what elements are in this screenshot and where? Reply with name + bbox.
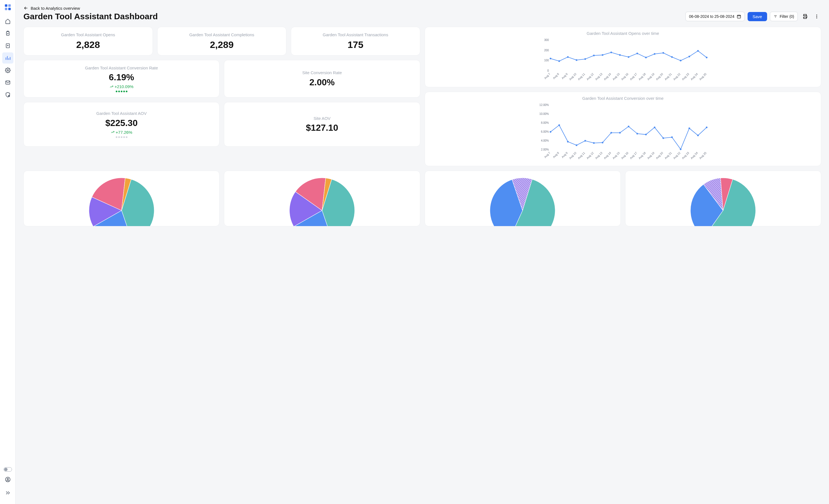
pie-chart-svg — [85, 174, 158, 226]
svg-text:Aug 25: Aug 25 — [698, 72, 707, 80]
svg-point-25 — [584, 58, 586, 60]
svg-point-74 — [628, 126, 629, 128]
theme-toggle[interactable] — [4, 467, 12, 472]
sidebar-item-home[interactable] — [2, 15, 13, 27]
svg-rect-13 — [804, 17, 806, 19]
svg-text:Aug 23: Aug 23 — [681, 151, 690, 159]
sidebar-item-settings[interactable] — [2, 65, 13, 76]
pie-chart-svg — [687, 174, 759, 226]
svg-point-75 — [636, 133, 638, 134]
svg-text:Aug 22: Aug 22 — [673, 151, 681, 159]
sidebar-item-analytics[interactable] — [2, 52, 13, 64]
back-link[interactable]: Back to Analytics overview — [24, 6, 80, 10]
svg-text:Aug 20: Aug 20 — [655, 72, 663, 80]
app-logo[interactable] — [4, 3, 12, 11]
svg-text:Aug 14: Aug 14 — [603, 72, 612, 80]
svg-point-36 — [680, 60, 681, 61]
svg-text:Aug 18: Aug 18 — [638, 72, 646, 80]
svg-point-26 — [593, 55, 594, 56]
svg-text:Aug 15: Aug 15 — [612, 72, 620, 80]
svg-text:Aug 12: Aug 12 — [586, 151, 594, 159]
svg-point-33 — [654, 53, 655, 55]
svg-point-70 — [593, 142, 594, 144]
svg-text:Aug 7: Aug 7 — [543, 72, 551, 80]
svg-text:Aug 12: Aug 12 — [586, 72, 594, 80]
sidebar-expand[interactable] — [2, 487, 13, 498]
save-button[interactable]: Save — [748, 12, 767, 21]
pie-chart-2 — [224, 171, 420, 226]
metric-label: Garden Tool Assistant Completions — [163, 32, 281, 38]
page-title: Garden Tool Assistant Dashboard — [24, 12, 158, 21]
sidebar-item-add-report[interactable] — [2, 40, 13, 51]
metric-value: 2.00% — [230, 77, 414, 87]
svg-point-76 — [645, 134, 647, 136]
svg-point-8 — [8, 95, 9, 97]
date-range-text: 06-08-2024 to 25-08-2024 — [689, 14, 734, 19]
confidence-dots — [29, 136, 214, 138]
svg-point-34 — [662, 52, 664, 54]
filter-icon — [773, 14, 778, 19]
svg-point-83 — [706, 127, 708, 128]
sidebar-item-clipboard[interactable] — [2, 28, 13, 39]
svg-point-32 — [645, 57, 647, 58]
line-chart-svg: 2.00%4.00%6.00%8.00%10.00%12.00%Aug 7Aug… — [427, 102, 819, 164]
svg-text:Aug 16: Aug 16 — [620, 72, 629, 80]
chart-title: Garden Tool Assistant Opens over time — [427, 31, 819, 36]
metric-opens: Garden Tool Assistant Opens 2,828 — [24, 27, 153, 56]
svg-text:Aug 14: Aug 14 — [603, 151, 612, 159]
svg-point-21 — [550, 58, 551, 59]
sidebar-item-account[interactable] — [2, 474, 13, 485]
sidebar-item-shield[interactable] — [2, 89, 13, 100]
more-menu-button[interactable] — [812, 12, 821, 21]
filter-button[interactable]: Filter (0) — [770, 12, 798, 21]
svg-point-66 — [558, 124, 560, 126]
sidebar — [0, 0, 15, 504]
svg-rect-0 — [5, 4, 7, 7]
svg-text:Aug 10: Aug 10 — [568, 151, 577, 159]
svg-text:10.00%: 10.00% — [539, 112, 549, 115]
svg-rect-11 — [737, 15, 741, 18]
svg-text:Aug 19: Aug 19 — [646, 72, 655, 80]
metric-delta: +210.09% — [29, 84, 214, 89]
metric-label: Garden Tool Assistant Conversion Rate — [29, 65, 214, 71]
svg-point-29 — [619, 54, 621, 56]
trend-up-icon — [111, 130, 115, 134]
svg-point-27 — [602, 54, 603, 56]
pie-chart-1 — [24, 171, 219, 226]
metric-site-conv-rate: Site Conversion Rate 2.00% — [224, 60, 420, 98]
svg-text:Aug 11: Aug 11 — [577, 72, 585, 80]
svg-point-80 — [680, 148, 681, 150]
pie-chart-svg — [486, 174, 559, 226]
svg-point-71 — [602, 142, 603, 143]
sidebar-item-mail[interactable] — [2, 77, 13, 88]
date-range-picker[interactable]: 06-08-2024 to 25-08-2024 — [685, 12, 745, 21]
metric-delta: +77.26% — [29, 130, 214, 135]
metric-value: 175 — [297, 39, 414, 50]
print-button[interactable] — [800, 12, 809, 21]
svg-point-6 — [7, 70, 8, 71]
svg-text:Aug 13: Aug 13 — [594, 72, 603, 80]
svg-text:4.00%: 4.00% — [541, 139, 548, 142]
metric-label: Garden Tool Assistant Transactions — [297, 32, 414, 38]
main-content: Back to Analytics overview Garden Tool A… — [15, 0, 829, 504]
svg-point-73 — [619, 132, 621, 134]
metric-site-aov: Site AOV $127.10 — [224, 102, 420, 147]
svg-text:Aug 19: Aug 19 — [646, 151, 655, 159]
svg-point-30 — [628, 56, 629, 58]
svg-rect-2 — [5, 8, 7, 10]
svg-text:Aug 10: Aug 10 — [568, 72, 577, 80]
svg-text:Aug 11: Aug 11 — [577, 151, 585, 159]
metric-label: Garden Tool Assistant AOV — [29, 111, 214, 116]
svg-text:Aug 18: Aug 18 — [638, 151, 646, 159]
svg-point-38 — [697, 50, 699, 52]
svg-point-31 — [636, 53, 638, 55]
svg-text:Aug 17: Aug 17 — [629, 72, 638, 80]
svg-rect-1 — [8, 4, 10, 7]
svg-text:Aug 16: Aug 16 — [620, 151, 629, 159]
metric-label: Site Conversion Rate — [230, 70, 414, 76]
print-icon — [802, 14, 808, 19]
svg-point-81 — [688, 128, 690, 129]
svg-point-69 — [584, 140, 586, 142]
svg-text:Aug 20: Aug 20 — [655, 151, 663, 159]
svg-text:Aug 21: Aug 21 — [664, 72, 672, 80]
